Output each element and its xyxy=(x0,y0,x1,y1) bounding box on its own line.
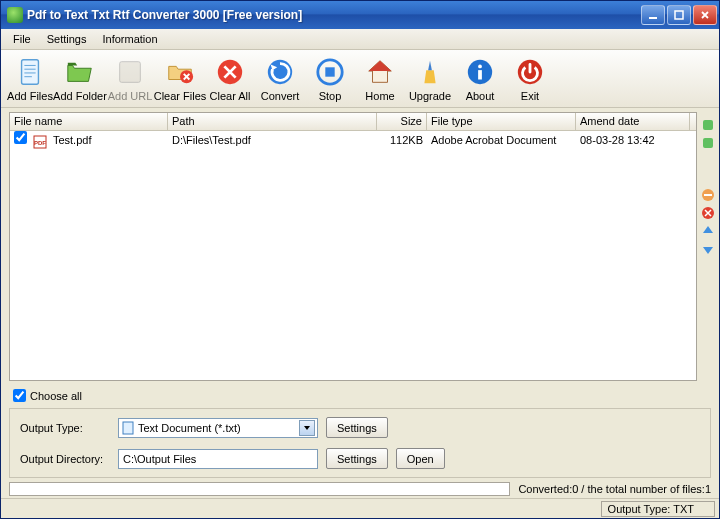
status-output-type: Output Type: TXT xyxy=(601,501,715,517)
svg-rect-8 xyxy=(325,67,334,76)
about-button[interactable]: About xyxy=(455,52,505,105)
col-path[interactable]: Path xyxy=(168,113,377,130)
svg-rect-2 xyxy=(22,59,39,83)
list-header: File name Path Size File type Amend date xyxy=(10,113,696,131)
svg-rect-11 xyxy=(478,70,482,79)
menu-settings[interactable]: Settings xyxy=(39,31,95,47)
clear-all-button[interactable]: Clear All xyxy=(205,52,255,105)
output-dir-settings-button[interactable]: Settings xyxy=(326,448,388,469)
output-dir-input[interactable] xyxy=(118,449,318,469)
svg-rect-15 xyxy=(703,120,713,130)
svg-point-10 xyxy=(478,64,482,68)
about-icon xyxy=(464,56,496,88)
toolbar: Add Files Add Folder Add URL Clear Files… xyxy=(1,50,719,108)
stop-icon xyxy=(314,56,346,88)
exit-button[interactable]: Exit xyxy=(505,52,555,105)
add-folder-button[interactable]: Add Folder xyxy=(55,52,105,105)
exit-icon xyxy=(514,56,546,88)
row-checkbox[interactable] xyxy=(14,131,27,144)
cell-name: Test.pdf xyxy=(53,134,92,146)
add-folder-icon[interactable] xyxy=(701,136,715,150)
col-size[interactable]: Size xyxy=(377,113,427,130)
svg-text:PDF: PDF xyxy=(34,140,46,146)
output-dir-label: Output Directory: xyxy=(20,453,110,465)
progress-text: Converted:0 / the total number of files:… xyxy=(518,483,711,495)
svg-rect-3 xyxy=(120,61,141,82)
chevron-down-icon xyxy=(299,420,315,436)
window-title: Pdf to Text Txt Rtf Converter 3000 [Free… xyxy=(27,8,641,22)
minimize-button[interactable] xyxy=(641,5,665,25)
delete-icon[interactable] xyxy=(701,206,715,220)
folder-icon xyxy=(64,56,96,88)
cell-path: D:\Files\Test.pdf xyxy=(168,133,377,147)
side-toolbar xyxy=(699,112,717,381)
url-icon xyxy=(114,56,146,88)
file-icon xyxy=(14,56,46,88)
home-icon xyxy=(364,56,396,88)
progress-bar xyxy=(9,482,510,496)
menu-information[interactable]: Information xyxy=(94,31,165,47)
add-file-icon[interactable] xyxy=(701,118,715,132)
titlebar: Pdf to Text Txt Rtf Converter 3000 [Free… xyxy=(1,1,719,29)
menubar: File Settings Information xyxy=(1,29,719,50)
maximize-button[interactable] xyxy=(667,5,691,25)
move-down-icon[interactable] xyxy=(701,242,715,256)
add-url-button: Add URL xyxy=(105,52,155,105)
txt-icon xyxy=(121,421,135,435)
cell-size: 112KB xyxy=(377,133,427,147)
col-date[interactable]: Amend date xyxy=(576,113,690,130)
add-files-button[interactable]: Add Files xyxy=(5,52,55,105)
choose-all-checkbox[interactable] xyxy=(13,389,26,402)
upgrade-button[interactable]: Upgrade xyxy=(405,52,455,105)
choose-all-label: Choose all xyxy=(30,390,82,402)
cell-date: 08-03-28 13:42 xyxy=(576,133,690,147)
upgrade-icon xyxy=(414,56,446,88)
statusbar: Output Type: TXT xyxy=(1,498,719,518)
pdf-icon: PDF xyxy=(33,135,47,149)
stop-button[interactable]: Stop xyxy=(305,52,355,105)
col-filename[interactable]: File name xyxy=(10,113,168,130)
close-button[interactable] xyxy=(693,5,717,25)
output-type-label: Output Type: xyxy=(20,422,110,434)
cell-type: Adobe Acrobat Document xyxy=(427,133,576,147)
clear-all-icon xyxy=(214,56,246,88)
convert-icon xyxy=(264,56,296,88)
svg-rect-1 xyxy=(675,11,683,19)
open-button[interactable]: Open xyxy=(396,448,445,469)
file-list[interactable]: File name Path Size File type Amend date… xyxy=(9,112,697,381)
output-type-combo[interactable]: Text Document (*.txt) xyxy=(118,418,318,438)
svg-rect-16 xyxy=(703,138,713,148)
output-type-settings-button[interactable]: Settings xyxy=(326,417,388,438)
svg-rect-20 xyxy=(123,422,133,434)
svg-rect-18 xyxy=(704,194,712,196)
move-up-icon[interactable] xyxy=(701,224,715,238)
menu-file[interactable]: File xyxy=(5,31,39,47)
output-panel: Output Type: Text Document (*.txt) Setti… xyxy=(9,408,711,478)
svg-rect-0 xyxy=(649,17,657,19)
clear-files-button[interactable]: Clear Files xyxy=(155,52,205,105)
clear-files-icon xyxy=(164,56,196,88)
convert-button[interactable]: Convert xyxy=(255,52,305,105)
table-row[interactable]: PDF Test.pdf D:\Files\Test.pdf 112KB Ado… xyxy=(10,131,696,149)
app-icon xyxy=(7,7,23,23)
col-type[interactable]: File type xyxy=(427,113,576,130)
remove-icon[interactable] xyxy=(701,188,715,202)
home-button[interactable]: Home xyxy=(355,52,405,105)
